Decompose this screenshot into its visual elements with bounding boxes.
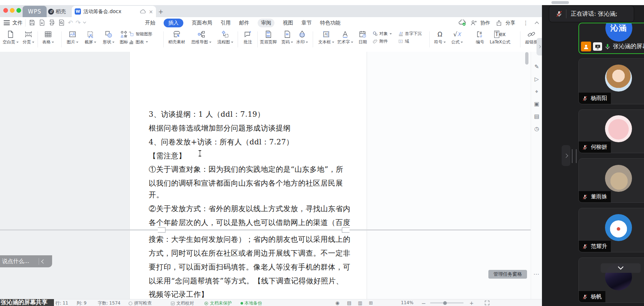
wps-home-button[interactable]: WPS xyxy=(23,6,47,17)
tab-review[interactable]: 审阅 xyxy=(258,19,274,27)
participant-tile-heliuyan[interactable]: 何柳妍 xyxy=(578,109,644,153)
image-tool-icon[interactable]: ▣ xyxy=(531,101,542,107)
ribbon-attachment[interactable]: 附件 xyxy=(372,39,392,44)
fullscreen-icon[interactable] xyxy=(485,301,489,305)
task-pane-drawer-handle[interactable] xyxy=(536,38,542,55)
tab-section[interactable]: 章节 xyxy=(301,20,312,26)
doc-line[interactable]: 以采用“念问题帮填答”等方式。【线下调查记得做好照片、 xyxy=(149,276,358,286)
page-view-icon[interactable]: ▤ xyxy=(347,300,351,306)
pen-tool-icon[interactable]: ✎ xyxy=(531,63,542,70)
participant-tile-zhangqinhan[interactable]: 沁涵 张沁涵的屏幕共享 xyxy=(578,23,644,54)
document-canvas[interactable]: 3、访谈提纲：1 人（ddl：7.19） 根据问卷筛选或增加部分问题形成访谈提纲… xyxy=(0,52,531,299)
cloud-saved-icon[interactable] xyxy=(458,20,467,26)
zoom-out-button[interactable]: − xyxy=(421,300,426,306)
ribbon-mindmap[interactable]: 思维导图 xyxy=(191,30,211,45)
ribbon-date[interactable]: 日期 xyxy=(352,30,373,45)
zoom-window-button[interactable] xyxy=(16,8,21,13)
save-icon[interactable] xyxy=(28,19,36,26)
panel-resize-handle[interactable] xyxy=(572,149,577,163)
new-tab-button[interactable]: + xyxy=(158,8,163,15)
clipboard-tool-icon[interactable]: ▤ xyxy=(531,113,542,120)
status-spellcheck[interactable]: 拼写检查 xyxy=(128,300,152,306)
ribbon-watermark[interactable]: 水印 xyxy=(292,30,312,45)
doc-line[interactable]: 搜索：大学生如何发放问卷）；省内的朋友也可以采用线上的 xyxy=(149,235,358,244)
eye-protect-view-icon[interactable]: ◉ xyxy=(335,300,339,306)
doc-line[interactable]: 各个年龄层次的人，可以是熟人也可以借助网上的渠道（百度 xyxy=(149,218,358,228)
tab-special-features[interactable]: 特色功能 xyxy=(320,20,340,26)
select-tool-icon[interactable]: ▷ xyxy=(531,76,542,82)
ribbon-picture[interactable]: 图片 xyxy=(62,30,83,45)
participant-tile-dongyushu[interactable]: 董雨姝 xyxy=(578,158,644,203)
doc-line[interactable]: ②关于发放方式：省外的朋友以线上方式发放，寻找山东省内 xyxy=(149,204,358,214)
web-view-icon[interactable]: ⊞ xyxy=(369,300,373,306)
ribbon-equation[interactable]: √X 公式 xyxy=(447,30,467,45)
ribbon-header-footer[interactable]: 页眉页脚 xyxy=(258,30,278,45)
ribbon-page-break[interactable]: 分页 xyxy=(18,30,39,45)
ribbon-comment[interactable]: 批注 xyxy=(238,30,258,45)
ribbon-chart[interactable]: 图表 xyxy=(128,39,152,45)
tab-daoke[interactable]: d 稻壳 xyxy=(48,6,71,17)
participant-tile-yangyuyang[interactable]: 杨雨阳 xyxy=(578,58,644,104)
ribbon-field[interactable]: 域 xyxy=(398,39,422,44)
say-something-bubble[interactable]: 说点什么... xyxy=(0,255,52,267)
ribbon-table[interactable]: 表格 xyxy=(38,30,58,45)
redo-icon[interactable]: ↷ xyxy=(75,19,81,26)
participant-tile-fanyaosheng[interactable]: 范耀升 xyxy=(578,208,644,252)
doc-line[interactable]: 视频等记录工作】 xyxy=(149,290,358,299)
tab-references[interactable]: 引用 xyxy=(220,20,231,26)
zoom-in-button[interactable]: + xyxy=(469,300,474,306)
zoom-slider-thumb[interactable] xyxy=(443,301,447,305)
tab-page-layout[interactable]: 页面布局 xyxy=(192,20,212,26)
tab-home[interactable]: 开始 xyxy=(145,20,155,26)
expand-meeting-panel-button[interactable] xyxy=(562,145,570,166)
doc-line[interactable]: 要打印，可以面对面扫码填答。像老人等没有手机的群体，可 xyxy=(149,262,358,272)
menu-file[interactable]: 文件 xyxy=(12,20,23,26)
tab-mailings[interactable]: 邮件 xyxy=(239,20,249,26)
export-icon[interactable] xyxy=(38,19,46,26)
close-tab-icon[interactable]: × xyxy=(149,9,153,15)
scroll-participants-down-button[interactable] xyxy=(601,263,641,273)
collapse-chat-icon[interactable] xyxy=(41,259,45,263)
print-icon[interactable] xyxy=(48,19,55,26)
zoom-level[interactable]: 114% xyxy=(401,300,413,305)
toolbar-dropdown-icon[interactable] xyxy=(83,20,86,23)
ribbon-daoke-assets[interactable]: 稻壳素材 xyxy=(167,30,187,45)
more-menu-icon[interactable]: ⋮ xyxy=(523,20,528,26)
print-preview-icon[interactable] xyxy=(58,19,65,26)
doc-line[interactable]: 方式，同时可以在所在社区或者周边开展线下调查。不一定非 xyxy=(149,248,358,258)
history-tool-icon[interactable]: ◷ xyxy=(531,125,542,132)
close-window-button[interactable] xyxy=(3,8,8,13)
doc-line[interactable]: 根据问卷筛选或增加部分问题形成访谈提纲 xyxy=(149,123,358,133)
doc-line[interactable]: 4、问卷发放+访谈：所有人（ddl：7.27） xyxy=(149,137,358,147)
collaborate-label[interactable]: 协作 xyxy=(480,20,490,26)
doc-line[interactable]: 3、访谈提纲：1 人（ddl：7.19） xyxy=(149,109,358,119)
status-proofread[interactable]: 文档校对 xyxy=(171,300,194,306)
share-label[interactable]: 分享 xyxy=(506,20,515,26)
doc-line[interactable]: 开。 xyxy=(149,190,358,200)
ribbon-numbering[interactable]: Ⅲ# 编号 xyxy=(470,30,490,45)
tab-insert[interactable]: 插入 xyxy=(164,19,183,27)
doc-line[interactable]: 以我们的调研和宣讲都面向山东省内各个地方的社区居民展 xyxy=(149,178,358,188)
zoom-slider[interactable] xyxy=(430,302,464,303)
status-backup[interactable]: 本地备份 xyxy=(241,300,262,306)
collapse-ribbon-icon[interactable] xyxy=(535,22,539,26)
ribbon-blank-page[interactable]: 空白页 xyxy=(0,30,21,45)
collaborate-user-icon[interactable] xyxy=(470,20,477,26)
status-protection[interactable]: 文档未保护 xyxy=(204,300,232,306)
ribbon-textbox[interactable]: A 文本框 xyxy=(316,30,336,45)
hamburger-menu-icon[interactable] xyxy=(4,20,10,27)
ribbon-screenshot[interactable]: 截屏 xyxy=(80,30,101,45)
ribbon-drop-cap[interactable]: 首字下沉 xyxy=(398,31,422,36)
ribbon-latex[interactable]: Tex LaTeX公式 xyxy=(488,30,512,45)
annotate-tool-icon[interactable]: ⌖ xyxy=(531,88,542,95)
vertical-scrollbar-thumb[interactable] xyxy=(525,52,528,65)
outline-view-icon[interactable]: ▥ xyxy=(358,300,362,306)
tab-document-active[interactable]: W 活动筹备会.docx × xyxy=(72,6,156,17)
more-tools-button[interactable]: ⋯ xyxy=(531,271,542,278)
doc-line[interactable]: 【需注意】 xyxy=(149,151,358,161)
minimize-window-button[interactable] xyxy=(10,8,15,13)
ribbon-object[interactable]: 对象 xyxy=(372,31,392,36)
share-icon[interactable] xyxy=(496,20,502,26)
doc-line[interactable]: ①关于调查对象：因为我们的实践地定的是“山东多地”，所 xyxy=(149,164,358,174)
tab-view[interactable]: 视图 xyxy=(283,20,293,26)
